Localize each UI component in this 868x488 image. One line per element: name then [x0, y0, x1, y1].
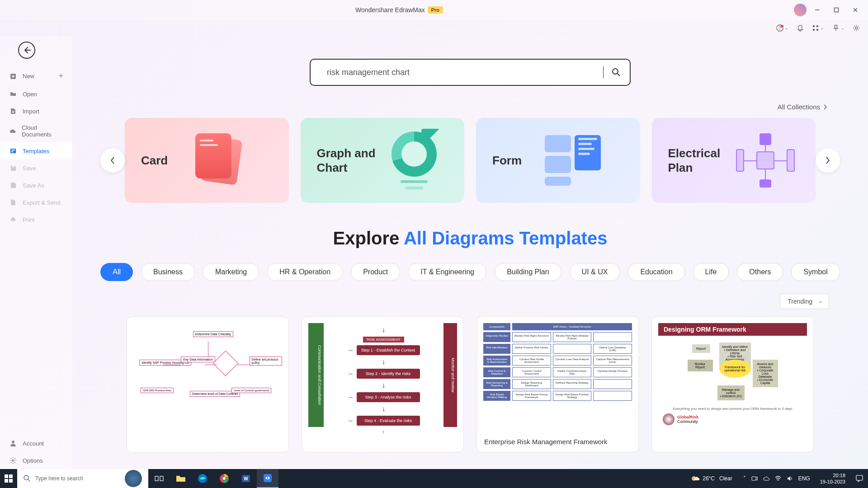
tray-lang[interactable]: ENG	[798, 475, 810, 482]
maximize-button[interactable]	[828, 4, 844, 16]
template-card[interactable]: Determine Data Criticality Identify SAP …	[127, 316, 289, 452]
meet-now-icon[interactable]	[751, 475, 758, 482]
chip-building-plan[interactable]: Building Plan	[495, 263, 561, 281]
bell-icon[interactable]	[797, 24, 804, 32]
svg-rect-32	[264, 474, 272, 482]
pv2-step4: Step 4 - Evaluate the risks	[357, 416, 420, 426]
chip-product[interactable]: Product	[351, 263, 400, 281]
svg-rect-6	[816, 29, 818, 31]
grid-icon[interactable]: ⌄	[812, 24, 824, 32]
onedrive-icon[interactable]	[763, 475, 769, 482]
sidebar-item-new[interactable]: New +	[0, 67, 72, 85]
sidebar-item-label: Print	[23, 216, 35, 223]
sidebar-item-label: New	[23, 73, 34, 80]
back-button[interactable]	[18, 42, 35, 59]
taskbar-edge[interactable]	[192, 469, 213, 488]
chip-symbol[interactable]: Symbol	[791, 263, 840, 281]
carousel-next-button[interactable]	[816, 148, 840, 173]
sidebar-item-print: Print	[0, 211, 72, 228]
explore-prefix: Explore	[333, 228, 404, 248]
user-avatar[interactable]	[794, 4, 807, 16]
taskbar-explorer[interactable]	[170, 469, 192, 488]
sidebar: New + Open Import Cloud Documents Templa…	[0, 36, 72, 469]
chip-education[interactable]: Education	[628, 263, 684, 281]
taskbar-word[interactable]: W	[235, 469, 257, 488]
category-electrical-plan[interactable]: Electrical Plan	[652, 118, 816, 203]
taskbar-chrome[interactable]	[213, 469, 235, 488]
user-icon	[9, 439, 17, 447]
sidebar-item-save: Save	[0, 160, 72, 177]
volume-icon[interactable]	[787, 475, 793, 482]
svg-rect-4	[816, 25, 818, 27]
pv2-hdr: RISK ASSESSMENT	[363, 337, 404, 343]
search-button[interactable]	[612, 68, 621, 77]
add-icon[interactable]: +	[58, 71, 63, 81]
all-collections-label: All Collections	[778, 103, 820, 111]
sidebar-item-account[interactable]: Account	[0, 435, 72, 452]
sidebar-item-options[interactable]: Options	[0, 452, 72, 469]
export-icon	[9, 198, 17, 206]
filter-chips: All Business Marketing HR & Operation Pr…	[86, 263, 854, 281]
category-form[interactable]: Form	[476, 118, 640, 203]
tray-chevron-up-icon[interactable]: ˄	[743, 475, 746, 482]
carousel-prev-button[interactable]	[100, 148, 125, 173]
svg-rect-19	[5, 474, 8, 478]
sort-dropdown[interactable]: Trending	[780, 294, 829, 309]
search-box	[310, 59, 631, 86]
chip-marketing[interactable]: Marketing	[203, 263, 259, 281]
chip-ui-ux[interactable]: UI & UX	[570, 263, 620, 281]
pro-badge: Pro	[428, 6, 443, 14]
chip-all[interactable]: All	[100, 263, 133, 281]
folder-icon	[9, 90, 17, 98]
taskbar-edrawmax[interactable]	[257, 469, 278, 488]
print-icon	[9, 216, 17, 224]
sidebar-item-cloud[interactable]: Cloud Documents	[0, 120, 72, 142]
task-view-button[interactable]	[148, 469, 170, 488]
start-button[interactable]	[0, 469, 17, 488]
category-label: Form	[492, 153, 522, 168]
pv2-step2: Step 2 - Identify the risks	[357, 369, 420, 379]
category-label: Card	[141, 153, 168, 168]
svg-point-16	[12, 441, 14, 443]
windows-taskbar: Type here to search W 26°C Clear	[0, 469, 868, 488]
close-button[interactable]	[847, 4, 863, 16]
chip-business[interactable]: Business	[141, 263, 195, 281]
category-graph-chart[interactable]: Graph and Chart	[301, 118, 465, 203]
chip-others[interactable]: Others	[737, 263, 783, 281]
chip-hr-operation[interactable]: HR & Operation	[267, 263, 343, 281]
svg-rect-10	[11, 150, 15, 150]
taskbar-clock[interactable]: 20:18 19-10-2023	[815, 472, 851, 485]
taskbar-search-placeholder: Type here to search	[35, 475, 83, 482]
template-card[interactable]: Designing ORM Framework Identify and def…	[651, 316, 814, 452]
help-icon[interactable]: ? ⌄	[776, 24, 788, 32]
divider	[603, 66, 604, 78]
globalrisk-logo-icon	[663, 413, 675, 425]
all-collections-link[interactable]: All Collections	[778, 103, 827, 111]
template-card[interactable]: Communication and Consultation ↓ RISK AS…	[302, 316, 464, 452]
taskbar-search[interactable]: Type here to search	[17, 469, 148, 488]
wifi-icon[interactable]	[775, 475, 781, 482]
svg-rect-9	[10, 149, 16, 153]
chip-it-engineering[interactable]: IT & Engineering	[408, 263, 486, 281]
sidebar-item-label: Save	[23, 165, 36, 172]
gear-icon[interactable]	[853, 24, 860, 32]
category-card[interactable]: Card	[125, 118, 289, 203]
pv4-center: Framework for operational risk	[719, 360, 751, 378]
pv2-step1: Step 1 - Establish the Context	[357, 345, 420, 355]
svg-rect-25	[160, 476, 163, 481]
sidebar-item-open[interactable]: Open	[0, 85, 72, 103]
chevron-right-icon	[823, 104, 827, 110]
card-illustration	[168, 133, 272, 188]
template-card[interactable]: ComponentsERP Area's - Detailed Structur…	[476, 316, 639, 452]
taskbar-weather[interactable]: 26°C Clear	[684, 474, 739, 483]
minimize-button[interactable]	[809, 4, 826, 16]
sidebar-item-label: Options	[23, 457, 43, 464]
sidebar-item-templates[interactable]: Templates	[0, 142, 72, 160]
template-caption: Enterprise Risk Management Framework	[477, 433, 638, 452]
pin-icon[interactable]: ⌄	[832, 24, 844, 32]
chip-life[interactable]: Life	[693, 263, 729, 281]
search-input[interactable]	[327, 68, 595, 77]
import-icon	[9, 107, 17, 115]
notifications-button[interactable]	[851, 469, 868, 488]
sidebar-item-import[interactable]: Import	[0, 103, 72, 120]
